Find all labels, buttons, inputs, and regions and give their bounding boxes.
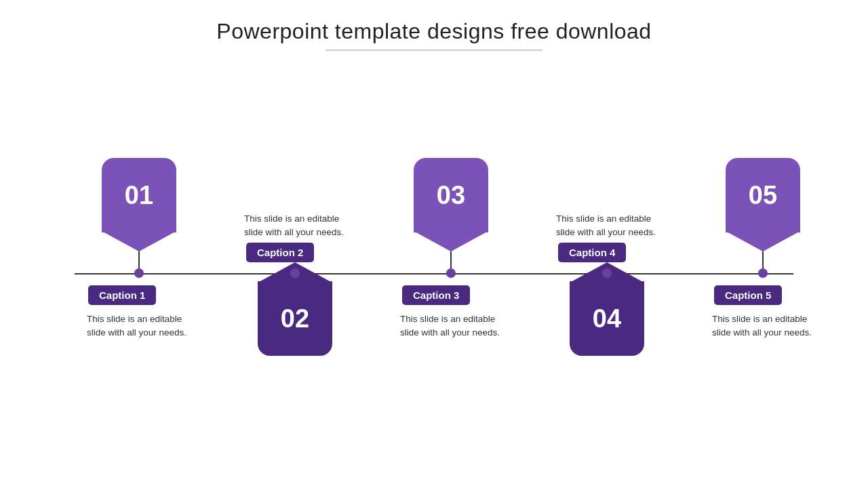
dot-3 [446,268,456,278]
dot-5 [758,268,768,278]
dot-1 [134,268,144,278]
num-1: 01 [125,181,153,210]
timeline-line [75,273,793,274]
timeline-area: 01 Caption 1 This slide is an editable s… [34,63,834,443]
shape-2: 02 [258,281,332,356]
shield-inv-4: 04 [570,281,644,356]
num-3: 03 [437,181,465,210]
shield-3: 03 [414,158,488,232]
num-2: 02 [281,304,309,333]
shape-5: 05 [726,158,800,232]
dot-4 [602,268,612,278]
desc-5: This slide is an editable slide with all… [712,312,814,340]
shield-1: 01 [102,158,176,232]
dot-2 [290,268,300,278]
num-4: 04 [593,304,621,333]
shield-inv-2: 02 [258,281,332,356]
caption-3: Caption 3 [402,285,470,305]
shape-4: 04 [570,281,644,356]
desc-3: This slide is an editable slide with all… [400,312,502,340]
shield-5: 05 [726,158,800,232]
shape-3: 03 [414,158,488,232]
caption-4: Caption 4 [558,243,626,262]
shape-1: 01 [102,158,176,232]
title-area: Powerpoint template designs free downloa… [216,0,651,56]
desc-4: This slide is an editable slide with all… [556,212,658,240]
num-5: 05 [749,181,777,210]
slide: Powerpoint template designs free downloa… [0,0,868,488]
caption-2: Caption 2 [246,243,314,262]
desc-2: This slide is an editable slide with all… [244,212,346,240]
desc-1: This slide is an editable slide with all… [87,312,189,340]
title-underline [326,49,542,51]
caption-5: Caption 5 [714,285,782,305]
caption-1: Caption 1 [88,285,156,305]
page-title: Powerpoint template designs free downloa… [216,19,651,44]
